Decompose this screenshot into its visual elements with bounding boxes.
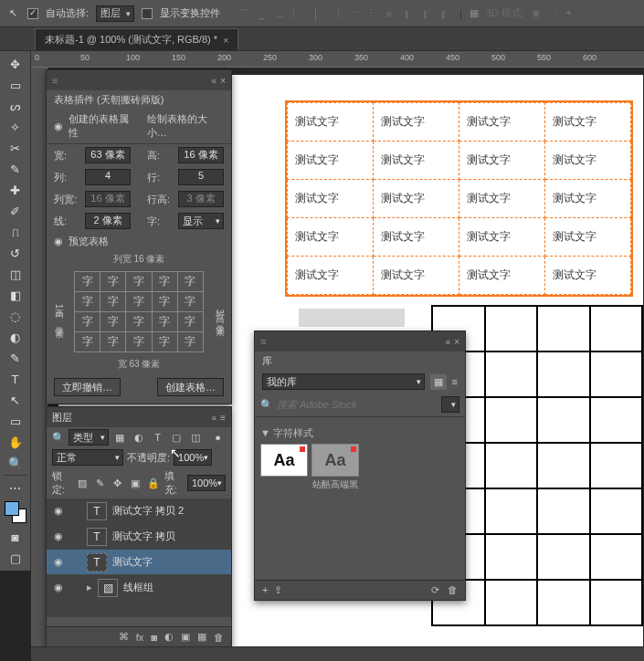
align-vcenter-icon[interactable]: ⎯ <box>253 5 269 22</box>
marquee-tool[interactable]: ▭ <box>3 75 28 95</box>
search-scope-select[interactable] <box>441 396 459 413</box>
layer-fx-icon[interactable]: fx <box>136 632 144 643</box>
distribute-icon-3[interactable]: ≡ <box>381 5 397 22</box>
gradient-tool[interactable]: ◧ <box>3 285 28 305</box>
upload-icon[interactable]: ⇪ <box>274 584 282 595</box>
link-layers-icon[interactable]: ⌘ <box>119 631 129 643</box>
align-right-icon[interactable]: ⎹ <box>326 5 343 22</box>
filter-pixel-icon[interactable]: ▦ <box>112 429 128 446</box>
width-input[interactable]: 63 像素 <box>85 147 131 163</box>
fill-input[interactable]: 100% <box>187 475 226 491</box>
visibility-icon[interactable]: ◉ <box>50 556 67 568</box>
magic-wand-tool[interactable]: ✧ <box>3 117 28 137</box>
section-char-styles[interactable]: ▼ 字符样式 <box>260 426 459 440</box>
pen-tool[interactable]: ✎ <box>3 348 28 368</box>
mode-3d-icon-1[interactable]: ◉ <box>532 7 541 19</box>
zoom-tool[interactable]: 🔍 <box>3 453 28 473</box>
auto-select-target[interactable]: 图层 <box>96 5 134 22</box>
healing-tool[interactable]: ✚ <box>3 180 28 200</box>
filter-type-icon[interactable]: T <box>150 429 165 446</box>
undo-button[interactable]: 立即撤销… <box>54 378 121 396</box>
stamp-tool[interactable]: ⎍ <box>3 222 28 242</box>
search-icon[interactable]: 🔍 <box>260 399 273 411</box>
layer-row[interactable]: ◉T测试文字 拷贝 <box>47 524 231 550</box>
new-group-icon[interactable]: ▣ <box>181 631 190 643</box>
list-view-icon[interactable]: ≡ <box>452 376 458 387</box>
mode-3d-icon-2[interactable]: ⬚ <box>548 7 557 19</box>
distribute-icon-4[interactable]: ⫿ <box>399 5 416 22</box>
lock-transparent-icon[interactable]: ▨ <box>75 475 89 491</box>
layer-row[interactable]: ◉T测试文字 <box>47 550 231 575</box>
add-content-icon[interactable]: + <box>262 584 268 595</box>
filter-smart-icon[interactable]: ◫ <box>188 429 204 446</box>
align-hcenter-icon[interactable]: │ <box>308 5 324 22</box>
lock-image-icon[interactable]: ✎ <box>93 475 107 491</box>
lock-all-icon[interactable]: 🔒 <box>146 475 161 491</box>
filter-kind-select[interactable]: 类型 <box>69 429 109 446</box>
line-input[interactable]: 2 像素 <box>85 213 131 229</box>
layer-row[interactable]: ◉T测试文字 拷贝 2 <box>47 498 231 524</box>
distribute-icon-5[interactable]: ⫿ <box>417 5 434 22</box>
sync-icon[interactable]: ⟳ <box>431 584 439 595</box>
colw-input[interactable]: 16 像素 <box>85 191 131 207</box>
eye-icon[interactable]: ◉ <box>54 121 63 132</box>
align-left-icon[interactable]: ⎸ <box>290 5 306 22</box>
panel-header[interactable]: 图层 «≡ <box>47 407 231 427</box>
align-top-icon[interactable]: ⎴ <box>235 5 251 22</box>
shape-tool[interactable]: ▭ <box>3 411 28 431</box>
delete-icon[interactable]: 🗑 <box>448 584 458 595</box>
blend-mode-select[interactable]: 正常 <box>52 449 123 466</box>
color-swatches[interactable] <box>5 501 26 523</box>
rows-input[interactable]: 5 <box>178 169 224 185</box>
show-transform-checkbox[interactable] <box>142 8 153 19</box>
panel-collapse-icon[interactable]: « <box>446 337 451 347</box>
lock-artboard-icon[interactable]: ▣ <box>128 475 142 491</box>
adjustment-layer-icon[interactable]: ◐ <box>164 631 174 643</box>
rowh-input[interactable]: 3 像素 <box>178 191 224 207</box>
lasso-tool[interactable]: ᔕ <box>3 96 28 116</box>
lock-position-icon[interactable]: ✥ <box>111 475 124 491</box>
panel-header[interactable]: ≡ «× <box>255 331 465 351</box>
library-item[interactable]: Aa <box>260 444 308 491</box>
visibility-icon[interactable]: ◉ <box>50 530 67 542</box>
distribute-v-icon[interactable]: ⋮ <box>363 5 379 22</box>
panel-header[interactable]: ≡ «× <box>47 70 231 90</box>
eyedropper-tool[interactable]: ✎ <box>3 159 28 179</box>
library-item[interactable]: Aa站酷高端黑 <box>311 444 359 491</box>
dodge-tool[interactable]: ◐ <box>3 327 28 347</box>
document-tab[interactable]: 未标题-1 @ 100% (测试文字, RGB/8) * × <box>35 28 238 50</box>
height-input[interactable]: 16 像素 <box>178 147 224 163</box>
auto-select-checkbox[interactable] <box>27 8 38 19</box>
quickmask-icon[interactable]: ◙ <box>3 527 28 547</box>
layer-row[interactable]: ◉▸▧线框组 <box>47 575 231 601</box>
delete-layer-icon[interactable]: 🗑 <box>214 632 224 643</box>
move-tool[interactable]: ✥ <box>3 54 28 74</box>
filter-shape-icon[interactable]: ▢ <box>169 429 185 446</box>
filter-adjust-icon[interactable]: ◐ <box>132 429 147 446</box>
blur-tool[interactable]: ◌ <box>3 306 28 326</box>
layer-mask-icon[interactable]: ◙ <box>151 632 157 643</box>
type-tool[interactable]: T <box>3 369 28 389</box>
distribute-h-icon[interactable]: ⋯ <box>344 5 361 22</box>
panel-close-icon[interactable]: × <box>454 337 459 347</box>
eye-icon[interactable]: ◉ <box>54 236 63 247</box>
move-tool-icon[interactable]: ↖ <box>5 6 20 21</box>
visibility-icon[interactable]: ◉ <box>50 505 67 517</box>
visibility-icon[interactable]: ◉ <box>50 582 67 593</box>
filter-toggle-icon[interactable]: ● <box>210 429 226 446</box>
cols-input[interactable]: 4 <box>85 169 131 185</box>
panel-collapse-icon[interactable]: « <box>212 413 217 423</box>
foreground-color-swatch[interactable] <box>5 501 19 516</box>
screenmode-icon[interactable]: ▢ <box>3 548 28 568</box>
mode-3d-icon-3[interactable]: ✦ <box>565 7 573 19</box>
grid-view-icon[interactable]: ▦ <box>430 374 447 390</box>
overlap-icon[interactable]: ▦ <box>470 7 479 19</box>
create-table-button[interactable]: 创建表格… <box>157 378 224 396</box>
opacity-input[interactable]: 100% <box>174 449 212 466</box>
eraser-tool[interactable]: ◫ <box>3 264 28 284</box>
crop-tool[interactable]: ✂ <box>3 138 28 158</box>
history-brush-tool[interactable]: ↺ <box>3 243 28 263</box>
distribute-icon-6[interactable]: ⫿ <box>436 5 452 22</box>
filter-search-icon[interactable]: 🔍 <box>52 432 65 444</box>
close-tab-icon[interactable]: × <box>223 35 228 46</box>
